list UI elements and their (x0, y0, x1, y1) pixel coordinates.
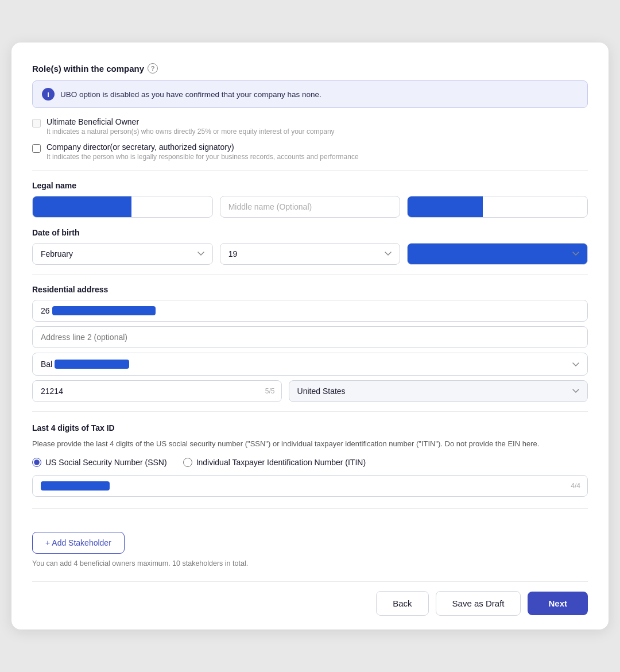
address-line1-display: 26 (32, 300, 588, 322)
tax-label: Last 4 digits of Tax ID (32, 423, 588, 432)
city-chevron (572, 359, 579, 369)
zip-counter: 5/5 (265, 387, 275, 395)
footer: Back Save as Draft Next (32, 581, 588, 616)
dob-section: Date of birth February January March Apr… (32, 228, 588, 265)
tax-radio-row: US Social Security Number (SSN) Individu… (32, 458, 588, 467)
director-label: Company director(or secretary, authorize… (46, 142, 359, 152)
tax-section: Last 4 digits of Tax ID Please provide t… (32, 423, 588, 497)
city-redacted (55, 360, 129, 369)
ssn-label: US Social Security Number (SSN) (45, 458, 167, 467)
tax-input-display: 4/4 (32, 475, 588, 497)
save-draft-button[interactable]: Save as Draft (436, 591, 521, 616)
last-name-wrapper (407, 196, 588, 218)
city-prefix: Bal (41, 360, 52, 369)
country-wrapper: United States Canada United Kingdom (289, 380, 588, 402)
middle-name-input[interactable] (220, 196, 401, 218)
ubo-checkbox[interactable] (32, 119, 41, 128)
main-card: Role(s) within the company ? i UBO optio… (11, 43, 609, 629)
help-icon[interactable]: ? (148, 63, 158, 74)
dob-row: February January March April May June Ju… (32, 243, 588, 265)
roles-title: Role(s) within the company ? (32, 63, 588, 74)
day-select[interactable]: 19 12345 678910 1112131415 1617182021 22… (220, 243, 401, 265)
add-stakeholder-section: + Add Stakeholder You can add 4 benefici… (32, 518, 588, 567)
name-row (32, 196, 588, 218)
director-desc: It indicates the person who is legally r… (46, 153, 359, 161)
zip-wrapper: 5/5 (32, 380, 282, 402)
ssn-radio-item[interactable]: US Social Security Number (SSN) (32, 458, 167, 467)
tax-desc: Please provide the last 4 digits of the … (32, 438, 588, 450)
roles-section: Role(s) within the company ? i UBO optio… (32, 63, 588, 161)
zip-input[interactable] (32, 380, 282, 402)
itin-label: Individual Taxpayer Identification Numbe… (196, 458, 366, 467)
add-stakeholder-button[interactable]: + Add Stakeholder (32, 532, 125, 554)
director-checkbox[interactable] (32, 144, 41, 153)
zip-country-row: 5/5 United States Canada United Kingdom (32, 380, 588, 402)
middle-name-wrapper (220, 196, 401, 218)
legal-name-section: Legal name (32, 181, 588, 218)
ubo-checkbox-item: Ultimate Beneficial Owner It indicates a… (32, 117, 588, 136)
address-line2-input[interactable] (32, 326, 588, 348)
next-button[interactable]: Next (528, 592, 588, 615)
itin-radio-item[interactable]: Individual Taxpayer Identification Numbe… (183, 458, 366, 467)
stakeholder-note: You can add 4 beneficial owners maximum.… (32, 559, 588, 567)
first-name-wrapper (32, 196, 213, 218)
ubo-info-banner: i UBO option is disabled as you have con… (32, 80, 588, 108)
ssn-radio[interactable] (32, 458, 41, 467)
city-wrapper: Bal (32, 353, 588, 376)
director-checkbox-item: Company director(or secretary, authorize… (32, 142, 588, 161)
address-label: Residential address (32, 285, 588, 294)
itin-radio[interactable] (183, 458, 192, 467)
back-button[interactable]: Back (376, 591, 428, 616)
info-banner-text: UBO option is disabled as you have confi… (60, 90, 321, 99)
checkbox-group: Ultimate Beneficial Owner It indicates a… (32, 117, 588, 161)
address-line1-prefix: 26 (41, 306, 50, 315)
year-select[interactable] (407, 243, 588, 265)
month-select[interactable]: February January March April May June Ju… (32, 243, 213, 265)
country-select[interactable]: United States Canada United Kingdom (289, 380, 588, 402)
info-icon: i (42, 88, 55, 101)
dob-label: Date of birth (32, 228, 588, 237)
address-section: Residential address 26 Bal 5/5 Unit (32, 285, 588, 402)
ubo-label: Ultimate Beneficial Owner (46, 117, 335, 126)
legal-name-label: Legal name (32, 181, 588, 190)
address-redacted (52, 306, 156, 315)
tax-counter: 4/4 (571, 482, 580, 490)
last-name-input[interactable] (407, 196, 588, 218)
tax-redacted (41, 481, 110, 491)
tax-input-wrapper: 4/4 (32, 475, 588, 497)
first-name-input[interactable] (32, 196, 213, 218)
ubo-desc: It indicates a natural person(s) who own… (46, 128, 335, 136)
